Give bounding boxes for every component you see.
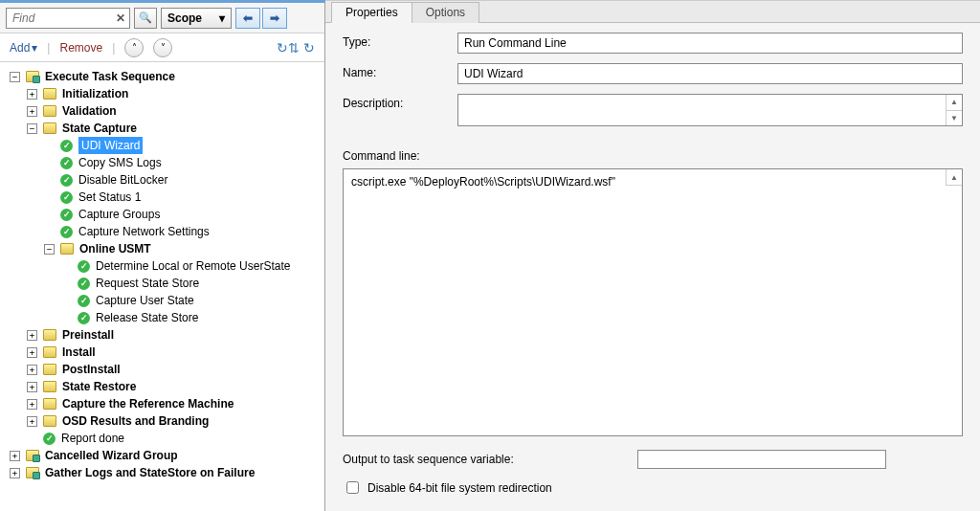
divider: |: [112, 41, 115, 55]
folder-icon: [26, 467, 39, 478]
nav-arrows: ⬅ ➡: [235, 8, 287, 29]
commandline-field[interactable]: ▲ cscript.exe "%DeployRoot%\Scripts\UDIW…: [343, 168, 963, 436]
check-icon: ✓: [60, 191, 73, 204]
task-sequence-tree[interactable]: − Execute Task Sequence +Initialization …: [0, 62, 324, 511]
remove-button[interactable]: Remove: [59, 41, 102, 55]
task-sequence-icon: [26, 71, 39, 82]
check-icon: ✓: [78, 278, 90, 290]
reload-icon[interactable]: ↻: [303, 40, 315, 56]
expand-icon[interactable]: +: [27, 330, 37, 341]
output-var-field[interactable]: [637, 450, 886, 469]
tree-state-restore[interactable]: State Restore: [62, 378, 136, 395]
arrow-right-icon: ➡: [270, 11, 279, 25]
expand-icon[interactable]: +: [27, 382, 37, 392]
expand-icon[interactable]: +: [27, 106, 37, 117]
expand-icon[interactable]: +: [10, 451, 20, 461]
search-box[interactable]: ✕: [6, 8, 130, 29]
commandline-label: Command line:: [343, 149, 963, 163]
move-up-button[interactable]: ˄: [124, 38, 144, 57]
expand-icon[interactable]: +: [27, 347, 37, 358]
commandline-value: cscript.exe "%DeployRoot%\Scripts\UDIWiz…: [351, 175, 615, 189]
right-pane: Properties Options Type: Name: Descripti…: [325, 0, 980, 511]
tree-cancelled[interactable]: Cancelled Wizard Group: [45, 447, 178, 464]
top-toolbar: ✕ 🔍 Scope ▾ ⬅ ➡: [0, 3, 324, 33]
scroll-up-icon[interactable]: ▲: [946, 169, 962, 186]
search-input[interactable]: [11, 11, 116, 26]
disable-64bit-checkbox[interactable]: [346, 481, 359, 494]
add-button[interactable]: Add ▾: [10, 41, 37, 55]
tree-state-capture[interactable]: State Capture: [62, 120, 137, 137]
name-field[interactable]: [457, 63, 963, 84]
folder-icon: [26, 450, 39, 461]
arrow-up-icon: ˄: [132, 42, 137, 53]
folder-icon: [43, 122, 56, 134]
type-label: Type:: [343, 33, 457, 49]
folder-icon: [43, 105, 56, 117]
tree-capture-userstate[interactable]: Capture User State: [96, 292, 194, 309]
dropdown-caret-icon: ▾: [32, 41, 37, 55]
folder-icon: [43, 88, 56, 100]
check-icon: ✓: [60, 209, 73, 221]
move-down-button[interactable]: ˅: [153, 38, 172, 57]
collapse-icon[interactable]: −: [27, 123, 37, 134]
expand-icon[interactable]: +: [27, 89, 37, 100]
tree-release-store[interactable]: Release State Store: [96, 309, 198, 326]
output-var-label: Output to task sequence variable:: [343, 453, 630, 466]
check-icon: ✓: [60, 226, 73, 238]
tree-postinstall[interactable]: PostInstall: [62, 361, 121, 378]
nav-forward-button[interactable]: ➡: [262, 8, 287, 29]
name-label: Name:: [343, 63, 457, 79]
tab-properties[interactable]: Properties: [331, 2, 412, 23]
folder-icon: [43, 415, 56, 427]
tree-set-status[interactable]: Set Status 1: [78, 189, 141, 206]
nav-back-button[interactable]: ⬅: [235, 8, 260, 29]
magnifier-icon: 🔍: [139, 11, 152, 24]
tree-determine-userstate[interactable]: Determine Local or Remote UserState: [96, 257, 290, 275]
disable-64bit-label: Disable 64-bit file system redirection: [368, 481, 552, 495]
check-icon: ✓: [78, 312, 90, 324]
tree-request-store[interactable]: Request State Store: [96, 275, 199, 292]
tree-preinstall[interactable]: Preinstall: [62, 326, 114, 344]
tab-options[interactable]: Options: [412, 2, 479, 23]
folder-icon: [43, 364, 56, 375]
tree-osd[interactable]: OSD Results and Branding: [62, 412, 209, 430]
spin-down-icon[interactable]: ▼: [947, 111, 962, 126]
tree-validation[interactable]: Validation: [62, 102, 117, 120]
tree-copy-sms[interactable]: Copy SMS Logs: [78, 154, 162, 171]
description-label: Description:: [343, 94, 457, 110]
tree-gather[interactable]: Gather Logs and StateStore on Failure: [45, 464, 255, 481]
tree-capture-groups[interactable]: Capture Groups: [78, 206, 160, 223]
properties-panel: Type: Name: Description: ▲ ▼ Command lin…: [325, 23, 980, 511]
tree-install[interactable]: Install: [62, 344, 96, 361]
tree-initialization[interactable]: Initialization: [62, 85, 128, 102]
clear-search-icon[interactable]: ✕: [116, 11, 125, 25]
scope-dropdown[interactable]: Scope ▾: [161, 8, 232, 29]
tree-disable-bitlocker[interactable]: Disable BitLocker: [78, 171, 167, 189]
check-icon: ✓: [60, 174, 73, 187]
refresh-icon[interactable]: ↻⇅: [277, 40, 300, 56]
collapse-icon[interactable]: −: [10, 72, 20, 82]
folder-icon: [43, 381, 56, 392]
tree-report-done[interactable]: Report done: [61, 430, 124, 447]
expand-icon[interactable]: +: [27, 416, 37, 427]
folder-icon: [43, 329, 56, 341]
collapse-icon[interactable]: −: [44, 244, 55, 255]
description-field[interactable]: ▲ ▼: [457, 94, 963, 126]
spin-up-icon[interactable]: ▲: [947, 95, 962, 111]
tabstrip: Properties Options: [325, 1, 980, 23]
check-icon: ✓: [78, 295, 90, 307]
tree-capture-ref[interactable]: Capture the Reference Machine: [62, 395, 234, 412]
check-icon: ✓: [43, 433, 56, 445]
left-pane: ✕ 🔍 Scope ▾ ⬅ ➡ Add ▾ | Remove | ˄: [0, 0, 325, 511]
tree-online-usmt[interactable]: Online USMT: [79, 240, 151, 257]
type-field: [457, 33, 963, 54]
search-button[interactable]: 🔍: [134, 8, 157, 29]
expand-icon[interactable]: +: [10, 468, 20, 478]
tree-capture-network[interactable]: Capture Network Settings: [78, 223, 210, 240]
expand-icon[interactable]: +: [27, 365, 37, 375]
chevron-down-icon: ▾: [219, 11, 225, 25]
check-icon: ✓: [60, 157, 73, 169]
tree-udi-wizard[interactable]: UDI Wizard: [78, 137, 143, 154]
tree-root[interactable]: Execute Task Sequence: [45, 68, 175, 85]
expand-icon[interactable]: +: [27, 399, 37, 410]
